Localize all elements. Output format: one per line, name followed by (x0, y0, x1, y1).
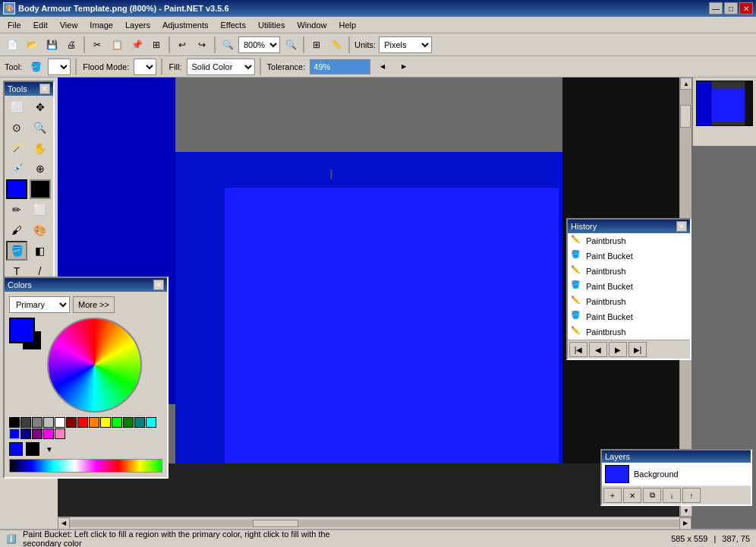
recent-color-1[interactable] (9, 442, 23, 456)
units-select[interactable]: Pixels Inches cm (379, 36, 432, 53)
pan-tool[interactable]: ✋ (30, 138, 51, 158)
color-mode-select[interactable]: Primary Secondary (9, 296, 70, 313)
minimize-button[interactable]: — (709, 2, 723, 14)
copy-button[interactable]: 📋 (108, 36, 126, 54)
history-prev-button[interactable]: ◀ (589, 342, 607, 357)
menu-image[interactable]: Image (83, 17, 119, 33)
palette-darkblue[interactable] (20, 428, 31, 439)
history-first-button[interactable]: |◀ (569, 342, 587, 357)
fill-color-swatch-a[interactable] (6, 179, 27, 199)
save-button[interactable]: 💾 (43, 36, 61, 54)
palette-lightgray[interactable] (43, 417, 54, 428)
layer-merge-button[interactable]: ↓ (663, 488, 681, 503)
palette-green[interactable] (123, 417, 134, 428)
color-gradient-bar[interactable] (9, 459, 162, 473)
history-item[interactable]: 🪣 Paint Bucket (568, 309, 690, 324)
eraser-tool[interactable]: ⬜ (30, 200, 51, 220)
history-last-button[interactable]: ▶| (628, 342, 647, 357)
cut-button[interactable]: ✂ (88, 36, 106, 54)
fill-select[interactable]: Solid Color Gradient (187, 58, 255, 75)
recolor-tool[interactable]: 🎨 (30, 220, 51, 240)
scrollbar-thumb[interactable] (680, 105, 691, 128)
magic-wand-tool[interactable]: 🪄 (6, 138, 27, 158)
crop-button[interactable]: ⊞ (147, 36, 165, 54)
paintbrush-tool[interactable]: 🖌 (6, 220, 27, 240)
maximize-button[interactable]: □ (724, 2, 738, 14)
fill-color-swatch-b[interactable] (30, 179, 51, 199)
tolerance-up[interactable]: ▶ (395, 58, 413, 76)
history-item[interactable]: ✏️ Paintbrush (568, 324, 690, 340)
history-item[interactable]: 🪣 Paint Bucket (568, 279, 690, 294)
scroll-left-button[interactable]: ◀ (58, 517, 70, 530)
color-picker-tool[interactable]: 💉 (6, 159, 27, 179)
menu-layers[interactable]: Layers (119, 17, 156, 33)
palette-darkgray[interactable] (20, 417, 31, 428)
history-list[interactable]: ✏️ Paintbrush 🪣 Paint Bucket ✏️ Paintbru… (568, 233, 690, 340)
h-scrollbar-thumb[interactable] (253, 520, 298, 527)
print-button[interactable]: 🖨 (62, 36, 80, 54)
menu-adjustments[interactable]: Adjustments (156, 17, 215, 33)
scroll-right-button[interactable]: ▶ (679, 517, 691, 530)
paint-bucket-tool[interactable]: 🪣 (6, 241, 27, 261)
tolerance-input[interactable] (310, 59, 370, 74)
menu-view[interactable]: View (54, 17, 84, 33)
new-button[interactable]: 📄 (3, 36, 21, 54)
zoom-tool[interactable]: 🔍 (30, 118, 51, 138)
menu-edit[interactable]: Edit (27, 17, 54, 33)
palette-yellow[interactable] (100, 417, 111, 428)
layer-delete-button[interactable]: ✕ (623, 488, 641, 503)
menu-help[interactable]: Help (333, 17, 363, 33)
h-scrollbar-track[interactable] (70, 520, 679, 527)
primary-color-swatch[interactable] (9, 318, 35, 343)
menu-effects[interactable]: Effects (215, 17, 252, 33)
palette-darkred[interactable] (66, 417, 77, 428)
color-options-button[interactable]: ▼ (43, 442, 56, 456)
layer-item[interactable]: Background (602, 463, 751, 486)
lasso-tool[interactable]: ⊙ (6, 118, 27, 138)
horizontal-scrollbar[interactable]: ◀ ▶ (58, 517, 691, 529)
recent-color-2[interactable] (26, 442, 39, 456)
pencil-tool[interactable]: ✏ (6, 200, 27, 220)
tools-close-button[interactable]: ✕ (39, 84, 50, 94)
open-button[interactable]: 📂 (23, 36, 41, 54)
tolerance-down[interactable]: ◀ (373, 58, 392, 76)
menu-file[interactable]: File (2, 17, 27, 33)
palette-white[interactable] (55, 417, 65, 428)
close-button[interactable]: ✕ (739, 2, 753, 14)
undo-button[interactable]: ↩ (173, 36, 191, 54)
history-item[interactable]: 🪣 Paint Bucket (568, 248, 690, 264)
history-next-button[interactable]: ▶ (609, 342, 627, 357)
scrollbar-up-button[interactable]: ▲ (680, 77, 692, 90)
palette-magenta[interactable] (43, 428, 54, 439)
clone-tool[interactable]: ⊕ (30, 159, 51, 179)
zoom-select[interactable]: 800% 400% 200% 100% (238, 36, 280, 53)
zoom-out-button[interactable]: 🔍 (219, 36, 237, 54)
menu-window[interactable]: Window (291, 17, 332, 33)
palette-lime[interactable] (112, 417, 122, 428)
layer-duplicate-button[interactable]: ⧉ (643, 488, 661, 503)
palette-cyan[interactable] (146, 417, 156, 428)
tool-select[interactable] (48, 58, 71, 75)
palette-blue[interactable] (9, 428, 20, 439)
tool-picker[interactable]: 🪣 (27, 58, 45, 76)
layers-list[interactable]: Background (602, 463, 751, 486)
select-rectangle-tool[interactable]: ⬜ (6, 97, 27, 117)
history-item[interactable]: ✏️ Paintbrush (568, 264, 690, 279)
colors-close-button[interactable]: ✕ (153, 280, 164, 290)
zoom-in-button[interactable]: 🔍 (282, 36, 300, 54)
ruler-button[interactable]: 📏 (327, 36, 345, 54)
menu-utilities[interactable]: Utilities (252, 17, 291, 33)
palette-red[interactable] (77, 417, 88, 428)
more-colors-button[interactable]: More >> (73, 296, 115, 313)
color-wheel-wrapper[interactable] (47, 318, 142, 413)
history-close-button[interactable]: ✕ (676, 221, 687, 232)
history-item[interactable]: ✏️ Paintbrush (568, 233, 690, 248)
palette-purple[interactable] (32, 428, 43, 439)
flood-mode-select[interactable] (134, 58, 156, 75)
grid-button[interactable]: ⊞ (307, 36, 326, 54)
palette-gray[interactable] (32, 417, 43, 428)
scrollbar-down-button[interactable]: ▼ (680, 504, 692, 517)
gradient-tool[interactable]: ◧ (30, 241, 51, 261)
palette-orange[interactable] (89, 417, 99, 428)
layer-up-button[interactable]: ↑ (682, 488, 701, 503)
